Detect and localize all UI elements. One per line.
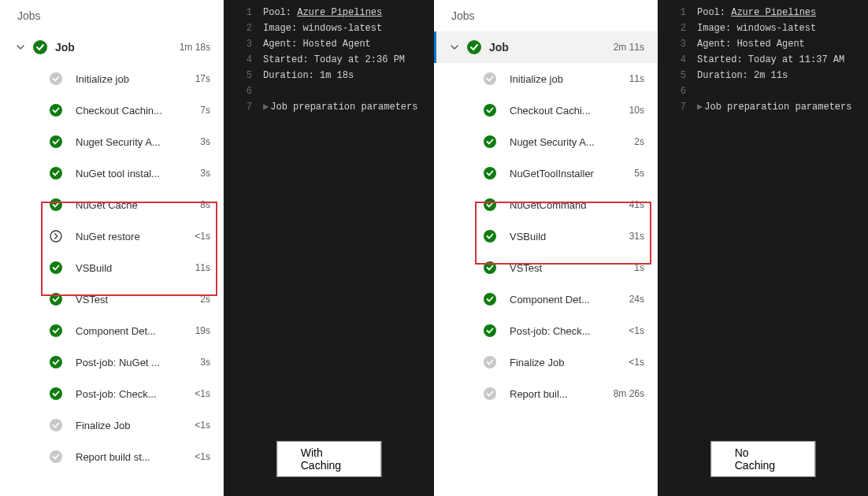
step-duration: <1s [195, 451, 210, 462]
step-row[interactable]: Post-job: Check...<1s [434, 315, 657, 346]
step-label: Nuget Security A... [510, 136, 629, 148]
svg-point-6 [50, 231, 61, 242]
step-duration: 24s [629, 294, 644, 305]
success-icon [47, 324, 65, 337]
step-label: VSTest [510, 262, 629, 274]
svg-point-19 [484, 198, 496, 211]
step-duration: 7s [200, 105, 210, 116]
log-collapsible-row[interactable]: 7▶Job preparation parameters [224, 99, 434, 115]
panel-with-caching: Jobs Job 1m 18s Initialize job17sCheckou… [0, 0, 434, 496]
step-row[interactable]: NuGet restore<1s [0, 220, 223, 252]
step-row[interactable]: Finalize Job<1s [0, 409, 223, 441]
step-label: NuGetCommand [510, 199, 625, 211]
svg-point-8 [50, 293, 62, 305]
job-row[interactable]: Job 1m 18s [0, 31, 223, 63]
step-row[interactable]: Report buil...8m 26s [434, 378, 657, 409]
step-label: Post-job: Check... [510, 325, 624, 337]
step-duration: 5s [634, 168, 644, 179]
step-row[interactable]: Component Det...19s [0, 315, 223, 346]
svg-point-5 [50, 198, 62, 211]
success-icon [47, 198, 65, 211]
step-label: VSBuild [510, 231, 625, 242]
step-duration: 3s [200, 136, 210, 147]
success-icon [481, 104, 499, 117]
step-row[interactable]: Nuget Security A...3s [0, 126, 223, 157]
step-label: Component Det... [76, 325, 191, 337]
step-duration: 1s [634, 262, 644, 273]
log-text: Agent: Hosted Agent [697, 36, 805, 52]
log-text: Started: Today at 11:37 AM [697, 52, 844, 68]
step-row[interactable]: Initialize job17s [0, 63, 223, 94]
steps-list: Initialize job17sCheckout Cachin...7sNug… [0, 63, 223, 472]
step-duration: 8s [200, 199, 210, 210]
job-row[interactable]: Job 2m 11s [434, 31, 657, 63]
step-row[interactable]: Finalize Job<1s [434, 346, 657, 378]
log-text: Image: windows-latest [697, 20, 816, 36]
success-icon [47, 135, 65, 148]
step-row[interactable]: Initialize job11s [434, 63, 657, 94]
svg-point-21 [484, 261, 496, 274]
success-gray-icon [481, 387, 499, 400]
step-row[interactable]: Checkout Cachi...10s [434, 94, 657, 126]
step-row[interactable]: VSTest1s [434, 252, 657, 283]
log-pane: 1Pool: Azure Pipelines 2Image: windows-l… [224, 0, 434, 496]
step-label: NuGet Cache [76, 199, 195, 211]
step-duration: 8m 26s [614, 388, 644, 399]
step-row[interactable]: NuGetToolInstaller5s [434, 157, 657, 189]
step-label: Checkout Cachin... [76, 105, 195, 117]
svg-point-1 [50, 72, 62, 85]
step-row[interactable]: NuGet tool instal...3s [0, 157, 223, 189]
svg-point-23 [484, 324, 496, 337]
step-row[interactable]: Post-job: Check...<1s [0, 378, 223, 409]
log-collapsible-row[interactable]: 7▶Job preparation parameters [658, 99, 868, 115]
step-duration: 17s [195, 73, 210, 84]
step-row[interactable]: Component Det...24s [434, 283, 657, 315]
step-duration: <1s [195, 420, 210, 431]
step-duration: <1s [195, 388, 210, 399]
step-row[interactable]: Checkout Cachin...7s [0, 94, 223, 126]
step-row[interactable]: NuGetCommand41s [434, 189, 657, 220]
step-label: Checkout Cachi... [510, 105, 625, 117]
job-label: Job [489, 41, 614, 54]
triangle-right-icon: ▶ [697, 99, 703, 115]
step-row[interactable]: NuGet Cache8s [0, 189, 223, 220]
step-duration: <1s [629, 325, 644, 336]
success-icon [481, 230, 499, 242]
success-gray-icon [481, 72, 499, 85]
step-label: Finalize Job [510, 357, 624, 368]
pool-link[interactable]: Azure Pipelines [297, 7, 382, 18]
job-duration: 2m 11s [614, 42, 644, 53]
svg-point-16 [484, 104, 496, 117]
step-duration: 3s [200, 168, 210, 179]
steps-list: Initialize job11sCheckout Cachi...10sNug… [434, 63, 657, 409]
chevron-down-icon[interactable] [448, 43, 461, 52]
step-label: Component Det... [510, 294, 625, 305]
caption-label: No Caching [710, 441, 816, 477]
step-duration: 10s [629, 105, 644, 116]
step-row[interactable]: VSBuild31s [434, 220, 657, 252]
chevron-down-icon[interactable] [14, 43, 27, 52]
pool-link[interactable]: Azure Pipelines [731, 7, 816, 18]
success-icon [47, 167, 65, 180]
panel-no-caching: Jobs Job 2m 11s Initialize job11sCheckou… [434, 0, 868, 496]
step-label: NuGet restore [76, 231, 190, 242]
step-row[interactable]: Nuget Security A...2s [434, 126, 657, 157]
svg-point-10 [50, 356, 62, 368]
jobs-header: Jobs [0, 0, 223, 31]
step-row[interactable]: VSTest2s [0, 283, 223, 315]
triangle-right-icon: ▶ [263, 99, 269, 115]
jobs-header: Jobs [434, 0, 657, 31]
step-row[interactable]: VSBuild11s [0, 252, 223, 283]
success-icon [481, 135, 499, 148]
svg-point-3 [50, 135, 62, 148]
step-row[interactable]: Post-job: NuGet ...3s [0, 346, 223, 378]
log-text: Duration: 2m 11s [697, 68, 788, 83]
jobs-pane: Jobs Job 2m 11s Initialize job11sCheckou… [434, 0, 658, 496]
step-row[interactable]: Report build st...<1s [0, 441, 223, 472]
svg-point-14 [467, 40, 481, 54]
step-label: Report buil... [510, 388, 609, 400]
log-text: Job preparation parameters [270, 99, 417, 115]
success-icon [47, 104, 65, 117]
step-label: NuGetToolInstaller [510, 168, 629, 180]
step-duration: 41s [629, 199, 644, 210]
